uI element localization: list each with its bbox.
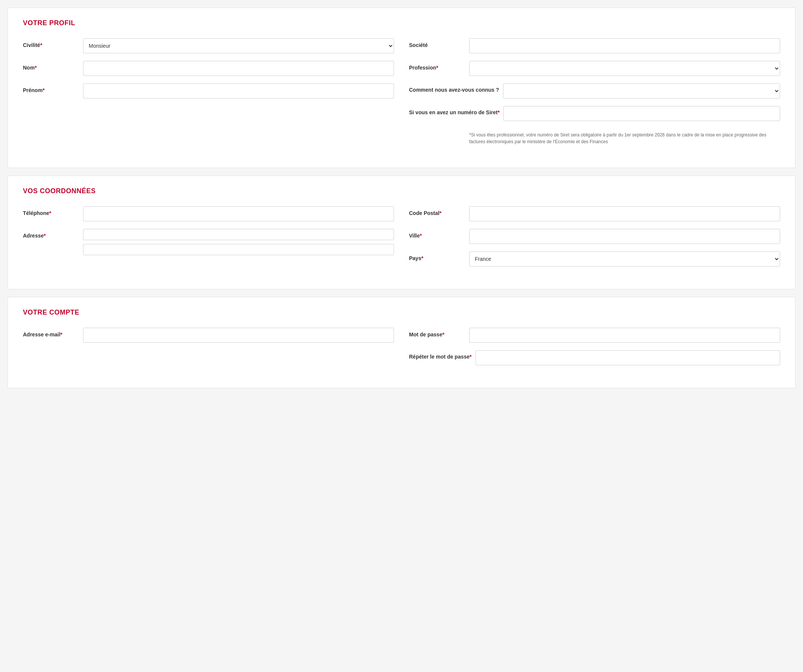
- profil-section: VOTRE PROFIL Civilité* Monsieur Madame N…: [8, 8, 795, 168]
- compte-left-col: Adresse e-mail*: [23, 328, 394, 373]
- civilite-select[interactable]: Monsieur Madame: [83, 38, 394, 54]
- compte-title: VOTRE COMPTE: [23, 308, 780, 317]
- societe-row: Société: [409, 38, 780, 54]
- profil-right-col: Société Profession* Comment nous avez-vo…: [409, 38, 780, 153]
- nom-row: Nom*: [23, 61, 394, 76]
- telephone-input[interactable]: [83, 206, 394, 221]
- adresse-input-1[interactable]: [83, 229, 394, 240]
- password-row: Mot de passe*: [409, 328, 780, 343]
- ville-input[interactable]: [469, 229, 780, 244]
- profession-select[interactable]: [469, 61, 780, 76]
- compte-right-col: Mot de passe* Répéter le mot de passe*: [409, 328, 780, 373]
- societe-input[interactable]: [469, 38, 780, 54]
- siret-label: Si vous en avez un numéro de Siret*: [409, 106, 503, 117]
- repeat-password-row: Répéter le mot de passe*: [409, 350, 780, 365]
- email-label: Adresse e-mail*: [23, 328, 83, 338]
- pays-row: Pays* France Belgique Suisse: [409, 252, 780, 266]
- email-input[interactable]: [83, 328, 394, 343]
- comment-connus-label: Comment nous avez-vous connus ?: [409, 83, 503, 94]
- pays-select[interactable]: France Belgique Suisse: [469, 252, 780, 266]
- adresse-row: Adresse*: [23, 229, 394, 255]
- siret-note: *Si vous êtes professionnel, votre numér…: [469, 131, 780, 145]
- code-postal-row: Code Postal*: [409, 206, 780, 221]
- profession-label: Profession*: [409, 61, 469, 71]
- nom-input[interactable]: [83, 61, 394, 76]
- repeat-password-label: Répéter le mot de passe*: [409, 350, 476, 361]
- siret-input[interactable]: [503, 106, 780, 121]
- adresse-label: Adresse*: [23, 229, 83, 239]
- coordonnees-right-col: Code Postal* Ville* Pays* France Belgiqu…: [409, 206, 780, 274]
- prenom-input[interactable]: [83, 83, 394, 99]
- code-postal-label: Code Postal*: [409, 206, 469, 216]
- civilite-label: Civilité*: [23, 38, 83, 48]
- coordonnees-section: VOS COORDONNÉES Téléphone* Adresse*: [8, 175, 795, 289]
- civilite-row: Civilité* Monsieur Madame: [23, 38, 394, 54]
- compte-section: VOTRE COMPTE Adresse e-mail* Mot de pass…: [8, 297, 795, 388]
- ville-row: Ville*: [409, 229, 780, 244]
- repeat-password-input[interactable]: [476, 350, 780, 365]
- pays-label: Pays*: [409, 252, 469, 261]
- coordonnees-title: VOS COORDONNÉES: [23, 187, 780, 195]
- code-postal-input[interactable]: [469, 206, 780, 221]
- adresse-input-2[interactable]: [83, 244, 394, 255]
- profil-title: VOTRE PROFIL: [23, 19, 780, 27]
- nom-label: Nom*: [23, 61, 83, 71]
- profil-left-col: Civilité* Monsieur Madame Nom* Prénom*: [23, 38, 394, 153]
- password-input[interactable]: [469, 328, 780, 343]
- prenom-label: Prénom*: [23, 83, 83, 93]
- comment-connus-select[interactable]: [503, 83, 780, 99]
- prenom-row: Prénom*: [23, 83, 394, 99]
- profession-row: Profession*: [409, 61, 780, 76]
- siret-note-row: *Si vous êtes professionnel, votre numér…: [409, 128, 780, 145]
- coordonnees-left-col: Téléphone* Adresse*: [23, 206, 394, 274]
- ville-label: Ville*: [409, 229, 469, 239]
- email-row: Adresse e-mail*: [23, 328, 394, 343]
- siret-row: Si vous en avez un numéro de Siret*: [409, 106, 780, 121]
- adresse-group: [83, 229, 394, 255]
- comment-connus-row: Comment nous avez-vous connus ?: [409, 83, 780, 99]
- telephone-label: Téléphone*: [23, 206, 83, 216]
- telephone-row: Téléphone*: [23, 206, 394, 221]
- password-label: Mot de passe*: [409, 328, 469, 338]
- societe-label: Société: [409, 38, 469, 48]
